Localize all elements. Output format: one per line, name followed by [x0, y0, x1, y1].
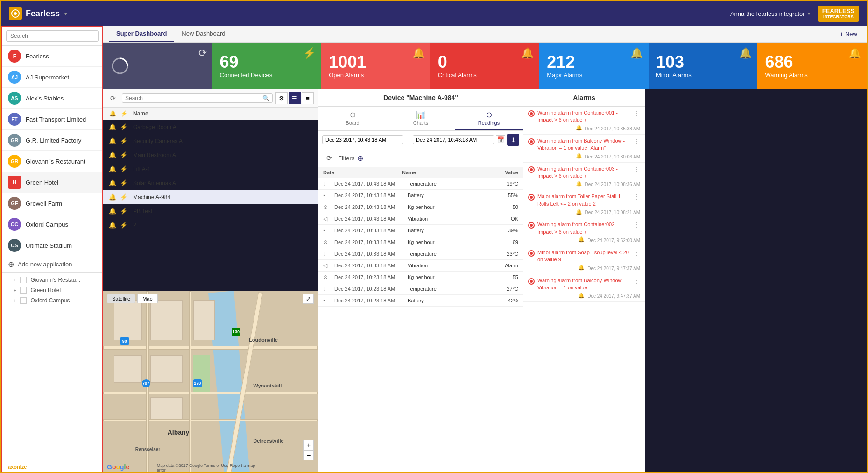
calendar-icon[interactable]: 📅 — [496, 135, 505, 144]
reading-date: Dec 24 2017, 10:33:18 AM — [334, 239, 408, 245]
warning-label: Warning Alarms — [765, 72, 859, 79]
checkbox-green[interactable] — [20, 287, 27, 294]
open-number: 1001 — [329, 54, 423, 71]
critical-number: 0 — [438, 54, 532, 71]
sidebar-label-alex: Alex's Stables — [26, 95, 64, 102]
checkbox-oxford[interactable] — [20, 297, 27, 304]
add-application-button[interactable]: ⊕ Add new application — [2, 256, 102, 272]
sidebar-item-giovanni[interactable]: GR Giovanni's Restaurant — [2, 151, 102, 172]
device-row-2[interactable]: 🔔 ⚡ 2 — [103, 218, 318, 232]
alarm-radio-inner — [530, 140, 533, 143]
date-from-input[interactable] — [322, 135, 403, 144]
minor-label: Minor Alarms — [656, 72, 750, 79]
map-map-tab[interactable]: Map — [137, 294, 157, 303]
reading-value: 42% — [481, 298, 518, 303]
date-separator: — — [405, 136, 411, 143]
sidebar-sub-giovanni[interactable]: + Giovanni's Restau... — [2, 275, 102, 285]
zoom-in-button[interactable]: + — [303, 440, 314, 450]
col-header-date: Date — [323, 170, 402, 175]
city-label-5: Defreestville — [253, 438, 283, 444]
alarm-menu-icon[interactable]: ⋮ — [634, 249, 640, 257]
detail-panel: Device "Machine A-984" ⊙ Board 📊 Charts … — [318, 89, 523, 473]
sidebar-item-fearless[interactable]: F Fearless — [2, 46, 102, 67]
reading-value: 55% — [481, 193, 518, 198]
alarm-menu-icon[interactable]: ⋮ — [634, 193, 640, 201]
filters-bar: ⟳ Filters ⊕ — [318, 149, 523, 167]
filter-view-button[interactable]: ⚙ — [275, 92, 288, 104]
sidebar-item-ultimate[interactable]: US Ultimate Stadium — [2, 235, 102, 256]
power-indicator: ⚡ — [120, 208, 127, 215]
alarm-timestamp: Dec 24 2017, 9:47:37 AM — [587, 266, 640, 271]
sidebar-search-input[interactable] — [6, 30, 99, 42]
detail-device-title: Device "Machine A-984" — [318, 89, 523, 107]
sub-label-oxford: Oxford Campus — [30, 297, 70, 304]
sidebar-item-gr[interactable]: GR G.R. Limited Factory — [2, 130, 102, 151]
sidebar-label-aj: AJ Supermarket — [26, 74, 69, 81]
device-row-machine[interactable]: 🔔 ⚡ Machine A-984 — [103, 190, 318, 204]
alarm-menu-icon[interactable]: ⋮ — [634, 277, 640, 285]
sidebar-item-aj[interactable]: AJ AJ Supermarket — [2, 67, 102, 88]
device-name: 2 — [129, 222, 314, 229]
sidebar-sub-oxford[interactable]: + Oxford Campus — [2, 295, 102, 306]
device-row-security[interactable]: 🔔 ⚡ Security Cameras A — [103, 134, 318, 148]
device-row-garbage[interactable]: 🔔 ⚡ Garbage Room A — [103, 120, 318, 134]
readings-icon: ⊙ — [457, 110, 521, 119]
sub-label-giovanni: Giovanni's Restau... — [30, 277, 80, 283]
readings-refresh-button[interactable]: ⟳ — [323, 152, 335, 164]
reading-name: Vibration — [408, 263, 481, 268]
tab-charts[interactable]: 📊 Charts — [387, 107, 455, 130]
alarm-header: Warning alarm from Balcony Window - Vibr… — [528, 137, 640, 152]
tab-readings[interactable]: ⊙ Readings — [455, 107, 523, 130]
city-label-3: Wynantskill — [253, 383, 282, 388]
tab-board[interactable]: ⊙ Board — [318, 107, 387, 130]
device-row-pb[interactable]: 🔔 ⚡ PB Test — [103, 204, 318, 218]
refresh-button[interactable]: ⟳ — [107, 92, 119, 104]
alarm-text: Major alarm from Toiler Paper Stall 1 - … — [537, 193, 631, 208]
alarm-radio — [528, 278, 535, 285]
date-to-input[interactable] — [413, 135, 494, 144]
alarm-menu-icon[interactable]: ⋮ — [634, 221, 640, 229]
device-row-lift[interactable]: 🔔 ⚡ Lift A-1 — [103, 162, 318, 176]
reading-value: 55 — [481, 274, 518, 280]
sidebar-sub-green[interactable]: + Green Hotel — [2, 285, 102, 295]
sidebar-item-growell[interactable]: GF Growell Farm — [2, 193, 102, 214]
sidebar-item-green-hotel[interactable]: H Green Hotel — [2, 172, 102, 193]
connected-label: Connected Devices — [220, 72, 314, 79]
checkbox-giovanni[interactable] — [20, 277, 27, 283]
devices-search-input[interactable] — [125, 95, 262, 101]
sidebar-item-fast[interactable]: FT Fast Transport Limited — [2, 109, 102, 130]
alarm-item: Major alarm from Toiler Paper Stall 1 - … — [523, 190, 645, 218]
sidebar-avatar-fast: FT — [8, 113, 21, 126]
nav-user[interactable]: Anna the fearless integrator ▾ — [730, 10, 810, 17]
map-expand-button[interactable]: ⤢ — [303, 294, 314, 304]
device-row-solar[interactable]: 🔔 ⚡ Solar Antennas A — [103, 176, 318, 190]
alarm-bell-icon: 🔔 — [576, 209, 582, 215]
alarm-menu-icon[interactable]: ⋮ — [634, 137, 640, 145]
zoom-out-button[interactable]: − — [303, 450, 314, 460]
alarm-menu-icon[interactable]: ⋮ — [634, 165, 640, 173]
add-filter-icon[interactable]: ⊕ — [357, 154, 363, 163]
alarm-menu-icon[interactable]: ⋮ — [634, 109, 640, 117]
reading-date: Dec 24 2017, 10:23:18 AM — [334, 274, 408, 280]
sidebar-item-alex[interactable]: AS Alex's Stables — [2, 88, 102, 109]
reading-date: Dec 24 2017, 10:43:18 AM — [334, 193, 408, 198]
download-button[interactable]: ⬇ — [507, 134, 519, 146]
map-satellite-tab[interactable]: Satellite — [107, 294, 135, 303]
tab-super-dashboard[interactable]: Super Dashboard — [109, 26, 174, 42]
new-button[interactable]: + New — [836, 29, 861, 39]
sidebar-avatar-gr: GR — [8, 134, 21, 147]
highway-130: 130 — [232, 328, 240, 336]
alarm-item: Warning alarm from Container003 - Impact… — [523, 163, 645, 191]
list-view-button[interactable]: ≡ — [302, 92, 314, 104]
device-row-restroom[interactable]: 🔔 ⚡ Main Restroom A — [103, 148, 318, 162]
grid-view-button[interactable]: ☰ — [289, 92, 301, 104]
tab-new-dashboard[interactable]: New Dashboard — [174, 26, 233, 42]
sidebar-item-oxford[interactable]: OC Oxford Campus — [2, 214, 102, 235]
reading-type-icon: ↓ — [323, 286, 334, 292]
reading-type-icon: ⊙ — [323, 204, 334, 210]
alarm-text: Minor alarm from Soap - soup level < 20 … — [537, 249, 631, 264]
sidebar-label-fearless: Fearless — [26, 53, 49, 60]
brand-chevron[interactable]: ▾ — [64, 11, 67, 16]
reading-row: ▪ Dec 24 2017, 10:23:18 AM Battery 42% — [318, 295, 523, 307]
stat-card-open: 🔔 1001 Open Alarms — [321, 43, 430, 89]
